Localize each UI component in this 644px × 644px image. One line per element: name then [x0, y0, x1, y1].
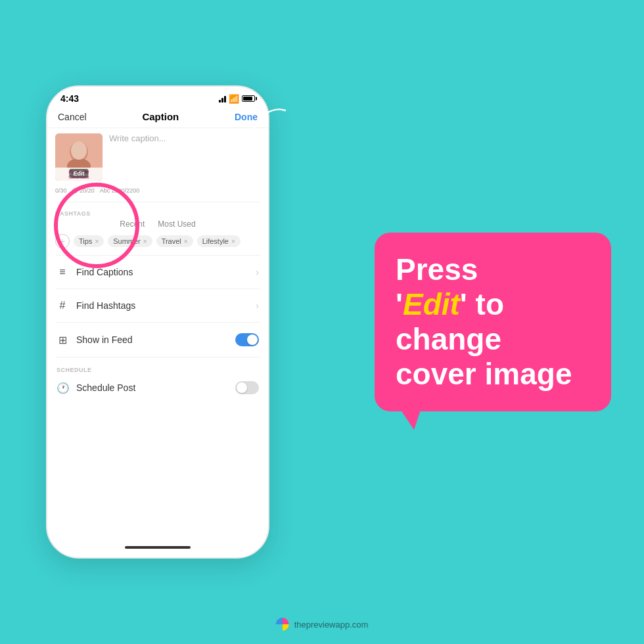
- bubble-line3: change: [396, 322, 501, 356]
- nav-title: Caption: [142, 111, 179, 122]
- edit-button[interactable]: Edit: [70, 169, 89, 178]
- arrow-container: [243, 99, 296, 141]
- bottom-branding: thepreviewapp.com: [276, 618, 369, 631]
- grid-icon: ⊞: [57, 334, 68, 346]
- home-indicator: [47, 538, 268, 557]
- hashtag-pills: + Tips × Summer × Travel × Lifestyle ×: [55, 234, 260, 248]
- divider-2: [55, 255, 260, 256]
- find-captions-label: Find Captions: [76, 267, 248, 277]
- bubble-line2-highlight: Edit: [403, 287, 460, 321]
- status-bar: 4:43 📶: [47, 87, 268, 107]
- divider-3: [55, 288, 260, 289]
- show-in-feed-toggle[interactable]: [235, 333, 259, 346]
- schedule-post-label: Schedule Post: [76, 382, 227, 393]
- status-time: 4:43: [60, 93, 79, 104]
- schedule-label: SCHEDULE: [47, 361, 268, 375]
- caption-section: Favorite Cleansers Edit Write caption...: [47, 128, 268, 186]
- show-in-feed-label: Show in Feed: [76, 334, 227, 345]
- hashtag-tabs: Recent Most Used: [55, 219, 260, 229]
- speech-bubble-tail: [401, 410, 421, 430]
- pill-tips[interactable]: Tips ×: [74, 235, 104, 247]
- schedule-toggle-thumb: [237, 382, 247, 393]
- show-in-feed-item[interactable]: ⊞ Show in Feed: [47, 327, 268, 353]
- toggle-thumb: [247, 334, 258, 345]
- char-counter: 0/30: [55, 187, 67, 194]
- svg-point-3: [71, 141, 87, 160]
- home-bar: [125, 546, 191, 549]
- clock-icon: 🕐: [57, 382, 68, 394]
- caption-input[interactable]: Write caption...: [109, 133, 260, 181]
- hash-icon: #: [57, 300, 68, 311]
- post-thumbnail[interactable]: Favorite Cleansers Edit: [55, 133, 103, 181]
- divider-1: [55, 202, 260, 202]
- lines-icon: ≡: [57, 266, 68, 278]
- find-captions-item[interactable]: ≡ Find Captions ›: [47, 260, 268, 285]
- bubble-line2-prefix: ': [396, 287, 403, 321]
- arrow-icon: [243, 99, 296, 138]
- brand-text: thepreviewapp.com: [294, 620, 369, 630]
- divider-4: [55, 322, 260, 323]
- bubble-line4: cover image: [396, 357, 572, 391]
- find-hashtags-label: Find Hashtags: [76, 300, 248, 311]
- main-container: 4:43 📶 Cancel Caption Done: [13, 13, 631, 631]
- chevron-right-icon-2: ›: [256, 300, 259, 311]
- at-counter: @ 20/20: [72, 187, 95, 194]
- pill-lifestyle[interactable]: Lifestyle ×: [197, 235, 241, 247]
- bubble-line2-suffix: ' to: [460, 287, 504, 321]
- schedule-post-item[interactable]: 🕐 Schedule Post: [47, 375, 268, 401]
- signal-icon: [219, 95, 226, 103]
- bubble-text: Press 'Edit' to change cover image: [396, 252, 590, 392]
- phone-wrapper: 4:43 📶 Cancel Caption Done: [33, 85, 283, 559]
- spacer: [47, 401, 268, 538]
- pill-travel[interactable]: Travel ×: [156, 235, 193, 247]
- abc-counter: Abc 2200/2200: [100, 187, 140, 194]
- tab-most-used[interactable]: Most Used: [158, 219, 195, 229]
- schedule-toggle[interactable]: [235, 381, 259, 394]
- phone-mockup: 4:43 📶 Cancel Caption Done: [46, 85, 269, 559]
- tab-recent[interactable]: Recent: [120, 219, 145, 229]
- bubble-line1: Press: [396, 252, 478, 287]
- speech-bubble: Press 'Edit' to change cover image: [375, 233, 611, 411]
- wifi-icon: 📶: [229, 94, 239, 104]
- brand-icon: [276, 618, 289, 631]
- nav-bar: Cancel Caption Done: [47, 107, 268, 128]
- add-hashtag-button[interactable]: +: [55, 234, 70, 248]
- hashtags-label: HASHTAGS: [55, 210, 260, 217]
- find-hashtags-item[interactable]: # Find Hashtags ›: [47, 293, 268, 318]
- cancel-button[interactable]: Cancel: [58, 112, 87, 122]
- counter-bar: 0/30 @ 20/20 Abc 2200/2200: [47, 186, 268, 198]
- pill-summer[interactable]: Summer ×: [108, 235, 152, 247]
- divider-5: [55, 357, 260, 357]
- hashtags-section: HASHTAGS Recent Most Used + Tips × Summe…: [47, 206, 268, 251]
- chevron-right-icon: ›: [256, 267, 259, 277]
